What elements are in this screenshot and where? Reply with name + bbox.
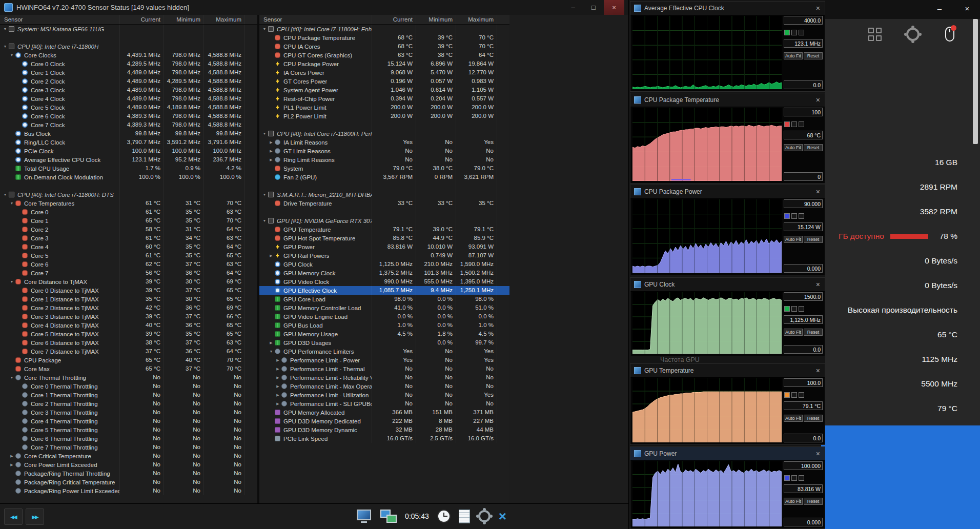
sensor-row[interactable]: PCIe Link Speed16.0 GT/s2.5 GT/s16.0 GT/… bbox=[259, 434, 509, 443]
sensor-row[interactable]: GPU Video Engine Load0.0 %0.0 %0.0 % bbox=[259, 312, 509, 321]
auto-fit-button[interactable]: Auto Fit bbox=[784, 52, 803, 59]
color-swatch[interactable] bbox=[799, 213, 804, 219]
sensor-row[interactable]: GPU Video Clock990.0 MHz555.0 MHz1,395.0… bbox=[259, 277, 509, 286]
expand-chevron-icon[interactable]: ▼ bbox=[9, 53, 15, 57]
reset-button[interactable]: Reset bbox=[804, 52, 823, 59]
maximize-button[interactable]: □ bbox=[583, 0, 604, 15]
auto-fit-button[interactable]: Auto Fit bbox=[784, 144, 803, 151]
graph-titlebar[interactable]: CPU Package Temperature× bbox=[630, 93, 825, 107]
sensor-row[interactable]: Package/Ring Critical TemperatureNoNoNo bbox=[0, 478, 257, 486]
color-swatch[interactable] bbox=[799, 30, 804, 35]
sensor-row[interactable]: ▶Performance Limit - UtilizationNoNoYes bbox=[259, 391, 509, 399]
sensor-row[interactable]: ▶IA Limit ReasonsYesNoYes bbox=[259, 138, 509, 147]
clock-icon[interactable] bbox=[437, 510, 451, 523]
sensor-row[interactable]: ▼Core Distance to TjMAX39 °C30 °C69 °C bbox=[0, 277, 257, 286]
sensor-row[interactable]: Core 2 Thermal ThrottlingNoNoNo bbox=[0, 399, 257, 408]
sensor-row[interactable]: Core 5 Thermal ThrottlingNoNoNo bbox=[0, 425, 257, 434]
sensor-row[interactable]: Core 5 Clock4,489.0 MHz4,189.8 MHz4,588.… bbox=[0, 103, 257, 112]
sensor-row[interactable]: Rest-of-Chip Power0.394 W0.204 W0.557 W bbox=[259, 94, 509, 103]
sensor-row[interactable]: GPU Clock1,125.0 MHz210.0 MHz1,590.0 MHz bbox=[259, 260, 509, 269]
graph-titlebar[interactable]: Average Effective CPU Clock× bbox=[630, 2, 825, 15]
sensor-row[interactable]: PL1 Power Limit200.0 W200.0 W200.0 W bbox=[259, 103, 509, 112]
sensor-row[interactable]: Core 3 Thermal ThrottlingNoNoNo bbox=[0, 408, 257, 417]
sensor-row[interactable]: CPU Package Power15.124 W6.896 W19.864 W bbox=[259, 59, 509, 68]
reset-button[interactable]: Reset bbox=[804, 236, 823, 243]
sensor-row[interactable]: ▶Core Power Limit ExceededNoNoNo bbox=[0, 460, 257, 469]
network-monitors-icon[interactable] bbox=[380, 510, 397, 523]
sensor-row[interactable]: GPU Memory Clock1,375.2 MHz101.3 MHz1,50… bbox=[259, 269, 509, 277]
sensor-row[interactable]: System79.0 °C38.0 °C79.0 °C bbox=[259, 164, 509, 173]
sensor-group-header[interactable]: ▼System: MSI Katana GF66 11UG bbox=[0, 25, 257, 33]
next-arrows-button[interactable]: ▶▶ bbox=[26, 508, 44, 525]
sensor-row[interactable]: Core 561 °C35 °C65 °C bbox=[0, 251, 257, 260]
sensor-row[interactable]: Core 4 Thermal ThrottlingNoNoNo bbox=[0, 417, 257, 425]
graph-titlebar[interactable]: GPU Temperature× bbox=[630, 364, 825, 378]
expand-chevron-icon[interactable]: ▶ bbox=[275, 384, 281, 389]
color-swatch[interactable] bbox=[791, 306, 797, 312]
color-swatch[interactable] bbox=[784, 475, 790, 481]
sensor-row[interactable]: Package/Ring Power Limit ExceededNoNoNo bbox=[0, 486, 257, 495]
sensor-row[interactable]: GPU Bus Load1.0 %0.0 %1.0 % bbox=[259, 321, 509, 330]
sensor-row[interactable]: Average Effective CPU Clock123.1 MHz95.2… bbox=[0, 155, 257, 164]
close-icon[interactable]: × bbox=[815, 188, 821, 195]
sensor-row[interactable]: Core 2 Distance to TjMAX42 °C36 °C69 °C bbox=[0, 303, 257, 312]
sensor-row[interactable]: Core 6 Thermal ThrottlingNoNoNo bbox=[0, 434, 257, 443]
sensor-row[interactable]: GPU Effective Clock1,085.7 MHz9.4 MHz1,2… bbox=[259, 286, 509, 295]
sensor-row[interactable]: Core 1 Distance to TjMAX35 °C30 °C65 °C bbox=[0, 295, 257, 303]
sensor-row[interactable]: Core Max65 °C37 °C70 °C bbox=[0, 364, 257, 373]
sensor-group-header[interactable]: ▼CPU [#0]: Intel Core i7-11800H: Enhance… bbox=[259, 25, 509, 33]
sensor-row[interactable]: Core 460 °C35 °C64 °C bbox=[0, 242, 257, 251]
expand-chevron-icon[interactable]: ▼ bbox=[2, 27, 8, 31]
sensor-row[interactable]: Core 756 °C36 °C64 °C bbox=[0, 269, 257, 277]
computer-icon[interactable] bbox=[357, 510, 372, 523]
sensor-row[interactable]: Core 1 Thermal ThrottlingNoNoNo bbox=[0, 391, 257, 399]
close-icon[interactable]: × bbox=[815, 281, 821, 288]
expand-chevron-icon[interactable]: ▼ bbox=[2, 45, 8, 48]
sensor-group-header[interactable]: ▼S.M.A.R.T.: Micron_2210_MTFDHBA1T0QF... bbox=[259, 190, 509, 199]
sensor-row[interactable]: ▶GPU D3D Usages0.0 %99.7 % bbox=[259, 338, 509, 347]
auto-fit-button[interactable]: Auto Fit bbox=[784, 415, 803, 422]
sensor-row[interactable]: ▼Core Clocks4,439.1 MHz798.0 MHz4,588.8 … bbox=[0, 51, 257, 59]
sensor-row[interactable]: CPU GT Cores (Graphics)63 °C38 °C64 °C bbox=[259, 51, 509, 59]
column-minimum[interactable]: Minimum bbox=[416, 15, 456, 24]
graph-titlebar[interactable]: GPU Power× bbox=[630, 447, 825, 461]
sensor-row[interactable]: Core 7 Distance to TjMAX37 °C36 °C64 °C bbox=[0, 347, 257, 356]
sensor-row[interactable]: Core 258 °C31 °C64 °C bbox=[0, 225, 257, 234]
reset-button[interactable]: Reset bbox=[804, 498, 823, 505]
color-swatch[interactable] bbox=[791, 475, 797, 481]
column-header-row[interactable]: Sensor Current Minimum Maximum bbox=[259, 15, 509, 25]
color-swatch[interactable] bbox=[791, 392, 797, 398]
expand-chevron-icon[interactable]: ▶ bbox=[275, 367, 281, 371]
expand-chevron-icon[interactable]: ▼ bbox=[261, 132, 268, 135]
sensor-row[interactable]: Core 7 Thermal ThrottlingNoNoNo bbox=[0, 443, 257, 452]
sensor-row[interactable]: ▼GPU Performance LimitersYesNoYes bbox=[259, 347, 509, 356]
auto-fit-button[interactable]: Auto Fit bbox=[784, 236, 803, 243]
expand-chevron-icon[interactable]: ▼ bbox=[261, 219, 268, 222]
sensor-row[interactable]: Core 6 Distance to TjMAX38 °C37 °C63 °C bbox=[0, 338, 257, 347]
sensor-row[interactable]: CPU Package Temperature68 °C39 °C70 °C bbox=[259, 33, 509, 42]
sensor-row[interactable]: Bus Clock99.8 MHz99.8 MHz99.8 MHz bbox=[0, 129, 257, 138]
sensor-row[interactable]: CPU Package65 °C40 °C70 °C bbox=[0, 356, 257, 364]
sensor-row[interactable]: ▶GT Limit ReasonsNoNoNo bbox=[259, 147, 509, 155]
scrollbar[interactable] bbox=[973, 19, 978, 144]
sensor-row[interactable]: GPU Power83.816 W10.010 W93.091 W bbox=[259, 242, 509, 251]
expand-chevron-icon[interactable]: ▼ bbox=[268, 350, 274, 353]
sensor-row[interactable]: Fan 2 (GPU)3,567 RPM0 RPM3,621 RPM bbox=[259, 173, 509, 181]
sensor-row[interactable]: GPU D3D Memory Dynamic32 MB28 MB44 MB bbox=[259, 425, 509, 434]
column-current[interactable]: Current bbox=[372, 15, 416, 24]
sensor-row[interactable]: Core 2 Clock4,489.0 MHz4,289.5 MHz4,588.… bbox=[0, 77, 257, 86]
sensor-row[interactable]: GPU Memory Controller Load41.0 %0.0 %51.… bbox=[259, 303, 509, 312]
side-close-button[interactable]: × bbox=[959, 4, 975, 13]
sensor-row[interactable]: Core 165 °C35 °C70 °C bbox=[0, 216, 257, 225]
expand-chevron-icon[interactable]: ▶ bbox=[275, 402, 281, 406]
color-swatch[interactable] bbox=[799, 392, 804, 398]
sensor-row[interactable]: ▶Performance Limit - PowerYesNoYes bbox=[259, 356, 509, 364]
sensor-row[interactable]: ▼Core Temperatures61 °C31 °C70 °C bbox=[0, 199, 257, 208]
sensor-row[interactable]: PCIe Clock100.0 MHz100.0 MHz100.0 MHz bbox=[0, 147, 257, 155]
expand-chevron-icon[interactable]: ▶ bbox=[9, 454, 15, 458]
expand-chevron-icon[interactable]: ▶ bbox=[268, 140, 274, 145]
sensor-row[interactable]: Total CPU Usage1.7 %0.9 %4.2 % bbox=[0, 164, 257, 173]
previous-arrows-button[interactable]: ◀◀ bbox=[4, 508, 23, 525]
sensor-row[interactable]: Core 7 Clock4,389.3 MHz798.0 MHz4,588.8 … bbox=[0, 120, 257, 129]
side-minimize-button[interactable]: – bbox=[932, 4, 947, 13]
